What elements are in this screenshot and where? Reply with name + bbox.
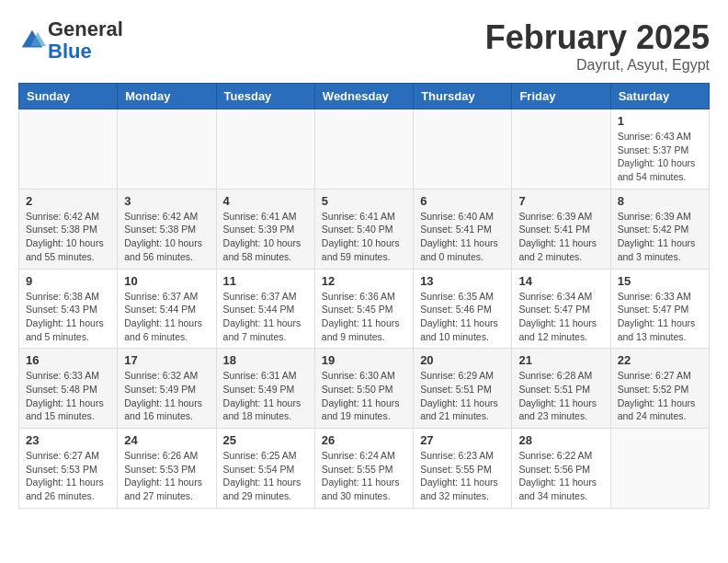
day-info: Sunrise: 6:33 AM Sunset: 5:47 PM Dayligh…	[618, 290, 702, 344]
day-number: 15	[618, 274, 702, 288]
day-info: Sunrise: 6:43 AM Sunset: 5:37 PM Dayligh…	[618, 130, 702, 184]
day-info: Sunrise: 6:29 AM Sunset: 5:51 PM Dayligh…	[420, 369, 505, 423]
day-number: 17	[124, 353, 209, 367]
calendar-cell: 3Sunrise: 6:42 AM Sunset: 5:38 PM Daylig…	[118, 189, 216, 269]
day-info: Sunrise: 6:25 AM Sunset: 5:54 PM Dayligh…	[223, 449, 308, 503]
month-year: February 2025	[485, 18, 710, 57]
day-number: 26	[322, 433, 406, 447]
day-info: Sunrise: 6:27 AM Sunset: 5:52 PM Dayligh…	[618, 369, 702, 423]
day-info: Sunrise: 6:39 AM Sunset: 5:42 PM Dayligh…	[618, 210, 702, 264]
day-number: 6	[420, 194, 505, 208]
calendar-cell: 15Sunrise: 6:33 AM Sunset: 5:47 PM Dayli…	[610, 269, 709, 349]
day-number: 24	[124, 433, 209, 447]
day-info: Sunrise: 6:30 AM Sunset: 5:50 PM Dayligh…	[322, 369, 406, 423]
calendar-cell: 12Sunrise: 6:36 AM Sunset: 5:45 PM Dayli…	[314, 269, 413, 349]
calendar-cell: 20Sunrise: 6:29 AM Sunset: 5:51 PM Dayli…	[414, 349, 512, 429]
day-info: Sunrise: 6:40 AM Sunset: 5:41 PM Dayligh…	[420, 210, 505, 264]
day-info: Sunrise: 6:41 AM Sunset: 5:40 PM Dayligh…	[322, 210, 406, 264]
calendar-cell: 25Sunrise: 6:25 AM Sunset: 5:54 PM Dayli…	[216, 429, 314, 509]
calendar-week-row: 1Sunrise: 6:43 AM Sunset: 5:37 PM Daylig…	[19, 109, 710, 190]
calendar-cell	[414, 109, 512, 190]
day-number: 23	[26, 433, 110, 447]
day-info: Sunrise: 6:37 AM Sunset: 5:44 PM Dayligh…	[124, 290, 209, 344]
day-number: 16	[26, 353, 110, 367]
day-info: Sunrise: 6:24 AM Sunset: 5:55 PM Dayligh…	[322, 449, 406, 503]
calendar-cell: 9Sunrise: 6:38 AM Sunset: 5:43 PM Daylig…	[19, 269, 118, 349]
weekday-header: Friday	[512, 84, 610, 109]
day-number: 5	[322, 194, 406, 208]
weekday-header-row: SundayMondayTuesdayWednesdayThursdayFrid…	[19, 84, 710, 109]
day-number: 1	[618, 114, 702, 128]
day-number: 18	[223, 353, 308, 367]
weekday-header: Monday	[118, 84, 216, 109]
day-info: Sunrise: 6:33 AM Sunset: 5:48 PM Dayligh…	[26, 369, 110, 423]
calendar-cell: 28Sunrise: 6:22 AM Sunset: 5:56 PM Dayli…	[512, 429, 610, 509]
location: Dayrut, Asyut, Egypt	[485, 57, 710, 74]
calendar-cell: 23Sunrise: 6:27 AM Sunset: 5:53 PM Dayli…	[19, 429, 118, 509]
weekday-header: Tuesday	[216, 84, 314, 109]
calendar-cell: 19Sunrise: 6:30 AM Sunset: 5:50 PM Dayli…	[314, 349, 413, 429]
calendar-cell: 14Sunrise: 6:34 AM Sunset: 5:47 PM Dayli…	[512, 269, 610, 349]
calendar-cell: 8Sunrise: 6:39 AM Sunset: 5:42 PM Daylig…	[610, 189, 709, 269]
day-info: Sunrise: 6:42 AM Sunset: 5:38 PM Dayligh…	[26, 210, 110, 264]
day-info: Sunrise: 6:35 AM Sunset: 5:46 PM Dayligh…	[420, 290, 505, 344]
day-info: Sunrise: 6:22 AM Sunset: 5:56 PM Dayligh…	[518, 449, 603, 503]
weekday-header: Thursday	[414, 84, 512, 109]
title-block: February 2025 Dayrut, Asyut, Egypt	[485, 18, 710, 74]
logo-text: General Blue	[48, 18, 123, 63]
day-number: 12	[322, 274, 406, 288]
calendar-cell: 7Sunrise: 6:39 AM Sunset: 5:41 PM Daylig…	[512, 189, 610, 269]
calendar-cell	[314, 109, 413, 190]
day-number: 4	[223, 194, 308, 208]
day-number: 9	[26, 274, 110, 288]
day-info: Sunrise: 6:37 AM Sunset: 5:44 PM Dayligh…	[223, 290, 308, 344]
calendar-cell: 22Sunrise: 6:27 AM Sunset: 5:52 PM Dayli…	[610, 349, 709, 429]
page-header: General Blue February 2025 Dayrut, Asyut…	[18, 18, 710, 74]
calendar-week-row: 23Sunrise: 6:27 AM Sunset: 5:53 PM Dayli…	[19, 429, 710, 509]
day-number: 8	[618, 194, 702, 208]
calendar-cell: 13Sunrise: 6:35 AM Sunset: 5:46 PM Dayli…	[414, 269, 512, 349]
calendar-cell: 16Sunrise: 6:33 AM Sunset: 5:48 PM Dayli…	[19, 349, 118, 429]
logo-icon	[18, 27, 46, 54]
calendar-cell: 21Sunrise: 6:28 AM Sunset: 5:51 PM Dayli…	[512, 349, 610, 429]
day-number: 11	[223, 274, 308, 288]
day-number: 13	[420, 274, 505, 288]
calendar-cell: 10Sunrise: 6:37 AM Sunset: 5:44 PM Dayli…	[118, 269, 216, 349]
calendar-cell: 1Sunrise: 6:43 AM Sunset: 5:37 PM Daylig…	[610, 109, 709, 190]
day-number: 7	[518, 194, 603, 208]
day-number: 22	[618, 353, 702, 367]
weekday-header: Saturday	[610, 84, 709, 109]
calendar-cell: 2Sunrise: 6:42 AM Sunset: 5:38 PM Daylig…	[19, 189, 118, 269]
day-number: 19	[322, 353, 406, 367]
day-info: Sunrise: 6:39 AM Sunset: 5:41 PM Dayligh…	[518, 210, 603, 264]
calendar-cell: 4Sunrise: 6:41 AM Sunset: 5:39 PM Daylig…	[216, 189, 314, 269]
day-number: 27	[420, 433, 505, 447]
day-number: 2	[26, 194, 110, 208]
calendar-cell: 11Sunrise: 6:37 AM Sunset: 5:44 PM Dayli…	[216, 269, 314, 349]
day-number: 25	[223, 433, 308, 447]
weekday-header: Wednesday	[314, 84, 413, 109]
day-info: Sunrise: 6:26 AM Sunset: 5:53 PM Dayligh…	[124, 449, 209, 503]
calendar-cell: 5Sunrise: 6:41 AM Sunset: 5:40 PM Daylig…	[314, 189, 413, 269]
day-info: Sunrise: 6:27 AM Sunset: 5:53 PM Dayligh…	[26, 449, 110, 503]
day-number: 20	[420, 353, 505, 367]
calendar-cell	[512, 109, 610, 190]
calendar-cell	[610, 429, 709, 509]
calendar-cell: 26Sunrise: 6:24 AM Sunset: 5:55 PM Dayli…	[314, 429, 413, 509]
logo: General Blue	[18, 18, 123, 63]
calendar-cell: 6Sunrise: 6:40 AM Sunset: 5:41 PM Daylig…	[414, 189, 512, 269]
calendar-week-row: 2Sunrise: 6:42 AM Sunset: 5:38 PM Daylig…	[19, 189, 710, 269]
calendar-cell	[118, 109, 216, 190]
day-number: 3	[124, 194, 209, 208]
calendar-week-row: 9Sunrise: 6:38 AM Sunset: 5:43 PM Daylig…	[19, 269, 710, 349]
calendar-cell: 17Sunrise: 6:32 AM Sunset: 5:49 PM Dayli…	[118, 349, 216, 429]
day-info: Sunrise: 6:31 AM Sunset: 5:49 PM Dayligh…	[223, 369, 308, 423]
day-info: Sunrise: 6:42 AM Sunset: 5:38 PM Dayligh…	[124, 210, 209, 264]
day-info: Sunrise: 6:28 AM Sunset: 5:51 PM Dayligh…	[518, 369, 603, 423]
calendar-table: SundayMondayTuesdayWednesdayThursdayFrid…	[18, 83, 710, 509]
day-info: Sunrise: 6:38 AM Sunset: 5:43 PM Dayligh…	[26, 290, 110, 344]
day-info: Sunrise: 6:32 AM Sunset: 5:49 PM Dayligh…	[124, 369, 209, 423]
day-number: 14	[518, 274, 603, 288]
day-info: Sunrise: 6:36 AM Sunset: 5:45 PM Dayligh…	[322, 290, 406, 344]
day-info: Sunrise: 6:41 AM Sunset: 5:39 PM Dayligh…	[223, 210, 308, 264]
